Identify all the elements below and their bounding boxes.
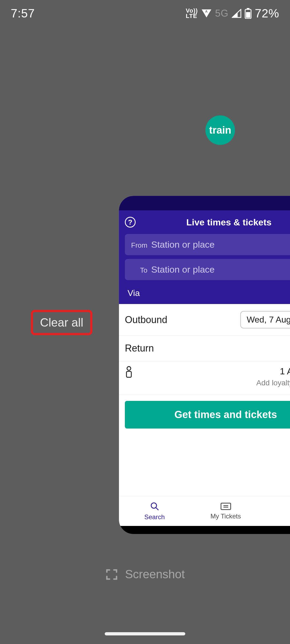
status-bar: 7:57 Vo))LTE A 5G 72% [0, 0, 290, 27]
screenshot-action[interactable]: Screenshot [0, 568, 290, 581]
page-title: Live times & tickets [142, 217, 290, 228]
volte-indicator: Vo))LTE [186, 8, 198, 19]
battery-icon [245, 8, 252, 19]
help-icon[interactable]: ? [125, 217, 136, 228]
svg-point-6 [151, 503, 157, 508]
return-label: Return [125, 343, 290, 354]
to-placeholder: Station or place [151, 264, 215, 275]
home-indicator[interactable] [105, 632, 185, 635]
passenger-summary: 1 Adult (26- [138, 366, 290, 376]
search-icon [150, 502, 160, 511]
wifi-icon: A [201, 9, 212, 18]
app-preview: ? Live times & tickets From Station or p… [119, 196, 290, 526]
bottom-nav: Search My Tickets Sign [119, 496, 290, 526]
via-label: Via [128, 288, 140, 298]
nav-search-label: Search [144, 513, 165, 521]
battery-percent: 72% [255, 7, 279, 20]
cta-label: Get times and tickets [174, 409, 277, 420]
from-label: From [131, 241, 147, 250]
loyalty-hint: Add loyalty cards & v [138, 379, 290, 387]
screenshot-label: Screenshot [125, 568, 185, 581]
nav-my-tickets[interactable]: My Tickets [190, 496, 261, 526]
svg-point-4 [127, 367, 131, 370]
get-tickets-button[interactable]: Get times and tickets [125, 401, 290, 429]
app-badge-label: train [209, 125, 231, 136]
outbound-row: Outbound Wed, 7 Aug 7:4 [119, 304, 290, 336]
nav-search[interactable]: Search [119, 496, 190, 526]
from-placeholder: Station or place [151, 239, 215, 250]
screenshot-icon [105, 568, 118, 581]
svg-rect-3 [246, 12, 250, 18]
status-time: 7:57 [11, 7, 35, 20]
outbound-label: Outbound [125, 314, 236, 325]
nav-my-tickets-label: My Tickets [211, 513, 241, 520]
recent-app-card[interactable]: ? Live times & tickets From Station or p… [119, 196, 290, 534]
app-header: ? Live times & tickets From Station or p… [119, 210, 290, 304]
passengers-row[interactable]: 1 Adult (26- Add loyalty cards & v [119, 361, 290, 395]
from-station-field[interactable]: From Station or place [125, 234, 290, 255]
svg-rect-5 [126, 371, 131, 377]
app-top-bar [119, 196, 290, 210]
network-type: 5G [215, 8, 229, 19]
svg-line-7 [156, 508, 158, 510]
clear-all-button[interactable]: Clear all [31, 310, 92, 335]
ticket-icon [220, 502, 231, 510]
nav-signin[interactable]: Sign [261, 496, 290, 526]
svg-text:A: A [205, 10, 208, 13]
outbound-date-picker[interactable]: Wed, 7 Aug [240, 311, 290, 328]
journey-options: Outbound Wed, 7 Aug 7:4 Return + Ad 1 Ad… [119, 304, 290, 429]
status-right: Vo))LTE A 5G 72% [186, 7, 279, 20]
to-station-field[interactable]: To Station or place [125, 259, 290, 280]
clear-all-label: Clear all [40, 316, 83, 329]
via-row[interactable]: Via [125, 284, 290, 304]
signal-icon [232, 9, 241, 18]
app-icon-badge[interactable]: train [205, 115, 235, 145]
to-label: To [131, 266, 147, 275]
svg-rect-8 [221, 503, 231, 510]
return-row: Return + Ad [119, 336, 290, 361]
person-icon [125, 366, 133, 378]
